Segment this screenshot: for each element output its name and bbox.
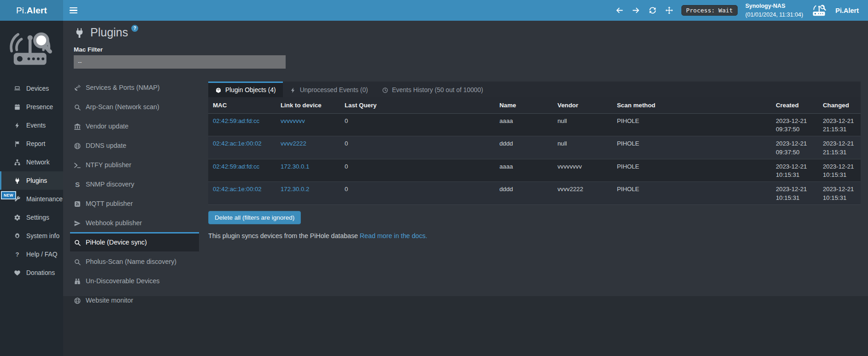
column-header-vendor[interactable]: Vendor xyxy=(553,97,612,114)
sidebar-item-report[interactable]: Report xyxy=(0,134,63,153)
search-icon xyxy=(74,258,81,266)
plugin-nav-item-mqtt-publisher[interactable]: MQTT publisher xyxy=(70,193,199,213)
cell-created: 2023-12-21 10:15:31 xyxy=(771,182,818,204)
host-info: Synology-NAS (01/01/2024, 11:31:04) xyxy=(745,2,803,19)
column-header-changed[interactable]: Changed xyxy=(818,97,861,114)
top-bar: Pi.Alert Process: Wait Synology-NAS (01/… xyxy=(0,0,868,21)
help-badge[interactable]: ? xyxy=(131,25,138,32)
calendar-icon xyxy=(14,104,21,111)
sidebar-item-network[interactable]: Network xyxy=(0,153,63,171)
flag-icon xyxy=(14,140,21,147)
mac-link[interactable]: 02:42:ac:1e:00:02 xyxy=(213,186,262,193)
plugin-nav-item-snmp-discovery[interactable]: SSNMP discovery xyxy=(70,174,199,193)
cell-link: 172.30.0.2 xyxy=(276,182,340,204)
cell-scan-method: PIHOLE xyxy=(612,159,771,181)
plugin-nav-item-website-monitor[interactable]: Website monitor xyxy=(70,290,199,309)
refresh-icon[interactable] xyxy=(648,6,657,15)
column-header-last-query[interactable]: Last Query xyxy=(340,97,495,114)
device-link[interactable]: vvvvvvvv xyxy=(281,117,305,124)
cell-link: vvvv2222 xyxy=(276,136,340,159)
cell-changed: 2023-12-21 10:15:31 xyxy=(818,182,861,204)
plugin-nav-item-ntfy-publisher[interactable]: NTFY publisher xyxy=(70,155,199,174)
cell-vendor: null xyxy=(553,136,612,159)
brand-logo[interactable]: Pi.Alert xyxy=(0,0,63,21)
cell-vendor: null xyxy=(553,114,612,136)
sidebar-item-help-faq[interactable]: ?Help / FAQ xyxy=(0,245,63,263)
table-header-row: MACLink to deviceLast QueryNameVendorSca… xyxy=(208,97,861,114)
new-badge: NEW xyxy=(1,191,16,199)
cell-mac: 02:42:ac:1e:00:02 xyxy=(208,136,276,159)
sidebar-item-system-info[interactable]: System info xyxy=(0,227,63,245)
move-icon[interactable] xyxy=(665,6,674,15)
cell-mac: 02:42:ac:1e:00:02 xyxy=(208,182,276,204)
plugin-nav-label: DDNS update xyxy=(86,141,126,150)
sidebar-item-donations[interactable]: Donations xyxy=(0,263,63,282)
sidebar-item-label: Settings xyxy=(26,214,49,221)
cell-created: 2023-12-21 10:15:31 xyxy=(771,159,818,181)
sidebar-menu: DevicesPresenceEventsReportNetworkPlugin… xyxy=(0,79,63,282)
binoculars-icon xyxy=(74,278,81,285)
satellite-icon xyxy=(74,84,81,92)
plugin-nav-item-webhook-publisher[interactable]: Webhook publisher xyxy=(70,213,199,232)
hamburger-menu-icon[interactable] xyxy=(70,0,87,21)
table-row: 02:42:59:ad:fd:ccvvvvvvvv0aaaanullPIHOLE… xyxy=(208,114,861,136)
delete-all-button[interactable]: Delete all (filters are ignored) xyxy=(208,211,301,224)
cell-mac: 02:42:59:ad:fd:cc xyxy=(208,159,276,181)
host-timestamp: (01/01/2024, 11:31:04) xyxy=(745,11,803,19)
device-link[interactable]: vvvv2222 xyxy=(281,140,306,147)
device-link[interactable]: 172.30.0.1 xyxy=(281,163,309,170)
device-link[interactable]: 172.30.0.2 xyxy=(281,186,309,193)
plugin-nav-item-pihole-device-sync[interactable]: PiHole (Device sync) xyxy=(70,232,199,251)
plugin-nav-item-vendor-update[interactable]: Vendor update xyxy=(70,116,199,135)
sitemap-icon xyxy=(14,159,21,166)
plugin-nav-item-pholus-scan-name-discovery[interactable]: Pholus-Scan (Name discovery) xyxy=(70,251,199,271)
brand-bold: Alert xyxy=(27,6,47,16)
search-icon xyxy=(74,239,81,246)
plugin-nav-item-un-discoverable-devices[interactable]: Un-Discoverable Devices xyxy=(70,271,199,290)
cell-changed: 2023-12-21 21:15:31 xyxy=(818,114,861,136)
bolt-icon xyxy=(290,87,296,93)
tab-plugin-objects-4[interactable]: Plugin Objects (4) xyxy=(208,82,283,97)
column-header-name[interactable]: Name xyxy=(495,97,553,114)
cell-last-query: 0 xyxy=(340,136,495,159)
mac-link[interactable]: 02:42:59:ad:fd:cc xyxy=(213,117,259,124)
tab-events-history-50-out-of-10000[interactable]: Events History (50 out of 10000) xyxy=(375,82,490,97)
column-header-scan-method[interactable]: Scan method xyxy=(612,97,771,114)
forward-arrow-icon[interactable] xyxy=(632,6,640,15)
plug-icon xyxy=(14,177,21,184)
plugin-note: This plugin syncs devices from the PiHol… xyxy=(208,232,861,239)
cell-mac: 02:42:59:ad:fd:cc xyxy=(208,114,276,136)
svg-text:S: S xyxy=(75,181,80,188)
mac-filter-input[interactable] xyxy=(74,55,286,69)
sidebar-item-presence[interactable]: Presence xyxy=(0,98,63,116)
sidebar-item-label: Presence xyxy=(26,104,53,111)
sidebar-item-events[interactable]: Events xyxy=(0,116,63,134)
sidebar-item-devices[interactable]: Devices xyxy=(0,79,63,98)
cell-name: dddd xyxy=(495,136,553,159)
plugin-nav-label: Vendor update xyxy=(86,122,129,131)
bank-icon xyxy=(74,123,81,130)
cell-vendor: vvvv2222 xyxy=(553,182,612,204)
column-header-link-to-device[interactable]: Link to device xyxy=(276,97,340,114)
cube-icon xyxy=(215,87,222,93)
plugin-nav-item-arp-scan-network-scan[interactable]: Arp-Scan (Network scan) xyxy=(70,97,199,116)
plugin-nav-item-services-ports-nmap[interactable]: Services & Ports (NMAP) xyxy=(70,77,199,97)
mac-link[interactable]: 02:42:ac:1e:00:02 xyxy=(213,140,262,147)
sidebar-item-settings[interactable]: Settings xyxy=(0,208,63,227)
tab-unprocessed-events-0[interactable]: Unprocessed Events (0) xyxy=(283,82,375,97)
sidebar-item-plugins[interactable]: Plugins xyxy=(0,171,63,190)
cell-scan-method: PIHOLE xyxy=(612,136,771,159)
table-row: 02:42:59:ad:fd:cc172.30.0.10aaaavvvvvvvv… xyxy=(208,159,861,181)
cell-last-query: 0 xyxy=(340,114,495,136)
snmp-icon: S xyxy=(74,181,81,188)
cell-name: aaaa xyxy=(495,114,553,136)
cell-changed: 2023-12-21 10:15:31 xyxy=(818,159,861,181)
globe-icon xyxy=(74,297,81,304)
back-arrow-icon[interactable] xyxy=(615,6,624,15)
mac-link[interactable]: 02:42:59:ad:fd:cc xyxy=(213,163,259,170)
plugin-nav-item-ddns-update[interactable]: DDNS update xyxy=(70,135,199,155)
docs-link[interactable]: Read more in the docs. xyxy=(360,232,428,239)
gear-icon xyxy=(14,214,21,221)
column-header-created[interactable]: Created xyxy=(771,97,818,114)
column-header-mac[interactable]: MAC xyxy=(208,97,276,114)
